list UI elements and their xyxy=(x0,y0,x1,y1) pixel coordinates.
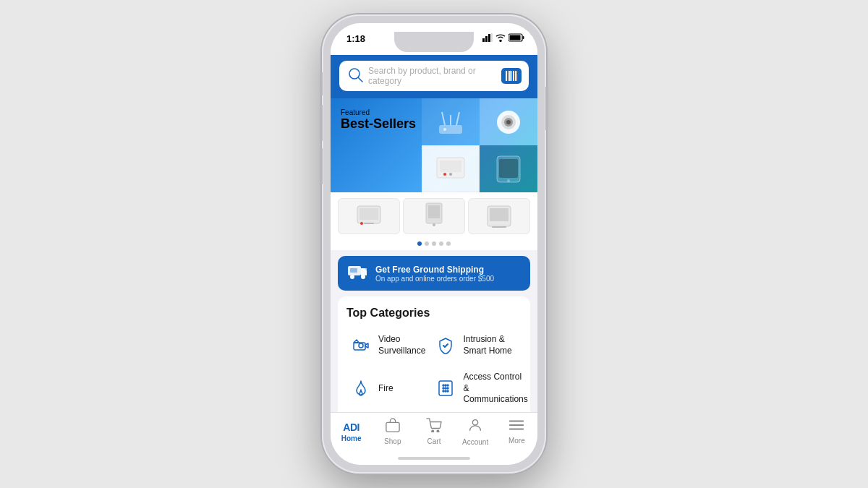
wifi-icon xyxy=(495,33,506,43)
adi-logo: ADI xyxy=(343,421,359,433)
sub-product-3 xyxy=(468,198,530,234)
svg-rect-40 xyxy=(490,208,509,221)
nav-cart[interactable]: Cart xyxy=(418,418,450,445)
shipping-truck-icon xyxy=(348,263,368,283)
nav-home[interactable]: ADI Home xyxy=(336,421,367,442)
category-label-video: Video Surveillance xyxy=(378,334,425,356)
svg-point-51 xyxy=(447,385,448,386)
camera-icon xyxy=(349,334,373,357)
dot-3 xyxy=(432,241,436,246)
barcode-button[interactable] xyxy=(501,68,522,84)
hero-banner: Featured Best-Sellers xyxy=(331,98,537,192)
shield-icon xyxy=(434,334,457,357)
shop-nav-icon xyxy=(385,418,401,436)
top-categories-section: Top Categories Video Surveillance xyxy=(338,296,530,412)
dot-1 xyxy=(417,241,422,246)
category-label-fire: Fire xyxy=(378,383,393,395)
svg-rect-35 xyxy=(364,223,374,224)
nav-shop-label: Shop xyxy=(384,437,401,445)
status-icons xyxy=(482,33,524,43)
categories-grid: Video Surveillance Intrusion & Smart Hom… xyxy=(346,330,522,412)
svg-line-8 xyxy=(359,78,363,82)
status-time: 1:18 xyxy=(346,33,365,44)
svg-rect-6 xyxy=(510,35,521,40)
phone-device: 1:18 xyxy=(322,14,546,474)
account-nav-icon xyxy=(467,417,483,437)
category-label-access: Access Control & Communications xyxy=(463,372,527,406)
shipping-title: Get Free Ground Shipping xyxy=(375,265,494,275)
hero-featured-label: Featured xyxy=(341,108,530,116)
svg-rect-2 xyxy=(488,34,490,42)
nav-more-label: More xyxy=(509,437,525,445)
hero-text: Featured Best-Sellers xyxy=(341,108,530,185)
svg-point-80 xyxy=(472,420,477,425)
nav-account[interactable]: Account xyxy=(459,417,491,446)
keypad-icon xyxy=(434,377,457,400)
svg-point-56 xyxy=(445,390,446,392)
shipping-subtitle: On app and online orders order $500 xyxy=(375,275,494,283)
category-intrusion[interactable]: Intrusion & Smart Home xyxy=(431,330,530,361)
svg-point-54 xyxy=(447,388,448,389)
svg-rect-77 xyxy=(386,422,399,432)
shipping-banner[interactable]: Get Free Ground Shipping On app and onli… xyxy=(338,256,530,291)
svg-rect-10 xyxy=(508,71,509,81)
svg-point-34 xyxy=(360,222,363,225)
dot-4 xyxy=(439,241,443,246)
svg-rect-0 xyxy=(482,38,485,42)
silent-switch xyxy=(320,72,323,95)
battery-icon xyxy=(509,33,524,43)
svg-rect-37 xyxy=(428,205,440,218)
category-fire[interactable]: Fire xyxy=(346,367,428,410)
bottom-navigation: ADI Home Shop xyxy=(331,412,537,452)
svg-rect-3 xyxy=(491,33,493,42)
svg-rect-11 xyxy=(509,71,511,81)
cart-nav-icon xyxy=(426,418,442,436)
home-bar xyxy=(398,457,470,460)
svg-point-53 xyxy=(445,388,446,389)
nav-account-label: Account xyxy=(462,438,488,446)
svg-rect-9 xyxy=(506,71,507,81)
main-content[interactable]: Search by product, brand or category xyxy=(331,55,537,412)
dot-5 xyxy=(446,241,451,246)
home-indicator xyxy=(331,452,537,465)
sub-product-2 xyxy=(403,198,465,234)
category-label-intrusion: Intrusion & Smart Home xyxy=(463,334,527,356)
search-bar[interactable]: Search by product, brand or category xyxy=(339,61,529,91)
signal-icon xyxy=(482,33,493,43)
svg-point-49 xyxy=(443,385,444,386)
volume-down-button xyxy=(320,148,323,184)
phone-screen: 1:18 xyxy=(331,23,537,465)
svg-rect-1 xyxy=(485,36,488,42)
svg-point-78 xyxy=(432,430,434,432)
search-bar-wrapper: Search by product, brand or category xyxy=(331,55,537,98)
svg-rect-14 xyxy=(515,71,516,81)
svg-point-50 xyxy=(445,385,446,386)
category-video-surveillance[interactable]: Video Surveillance xyxy=(346,330,428,361)
power-button xyxy=(545,87,548,130)
hero-title: Best-Sellers xyxy=(341,116,530,132)
home-nav-icon: ADI xyxy=(343,421,359,433)
more-nav-icon xyxy=(509,419,524,435)
section-title: Top Categories xyxy=(346,307,522,320)
svg-point-79 xyxy=(437,430,439,432)
notch xyxy=(394,32,474,52)
nav-home-label: Home xyxy=(341,435,362,442)
svg-point-52 xyxy=(443,388,444,389)
svg-point-38 xyxy=(433,223,435,226)
svg-point-7 xyxy=(349,69,359,79)
svg-rect-33 xyxy=(359,208,378,220)
shipping-text: Get Free Ground Shipping On app and onli… xyxy=(375,265,494,283)
nav-shop[interactable]: Shop xyxy=(377,418,409,445)
svg-rect-41 xyxy=(492,226,506,228)
volume-up-button xyxy=(320,105,323,141)
carousel-dots xyxy=(331,237,537,250)
svg-rect-12 xyxy=(511,71,512,81)
search-placeholder[interactable]: Search by product, brand or category xyxy=(368,66,497,86)
svg-point-46 xyxy=(359,343,363,348)
svg-rect-45 xyxy=(350,268,357,273)
svg-rect-5 xyxy=(523,36,524,39)
fire-icon xyxy=(349,377,373,400)
nav-more[interactable]: More xyxy=(501,419,532,445)
category-access-control[interactable]: Access Control & Communications xyxy=(431,367,530,410)
search-icon xyxy=(346,66,364,86)
